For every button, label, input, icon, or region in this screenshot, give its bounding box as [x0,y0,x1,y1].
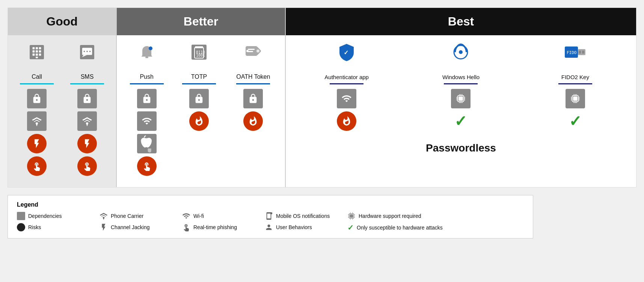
svg-rect-26 [248,51,253,52]
method-windows-hello: Windows Hello [434,39,487,131]
legend: Legend Dependencies Phone Carrier Wi-fi [8,195,533,238]
push-icon [139,45,154,60]
sms-icons [77,89,97,176]
sms-dep-tower [77,111,97,131]
sms-icon [80,45,94,59]
sms-risk-phishing [77,156,97,176]
oath-divider [236,83,270,84]
legend-carrier-text: Phone Carrier [111,213,143,219]
windows-hello-icon-area [451,39,470,65]
svg-rect-9 [39,54,41,56]
oath-dep-lock [243,89,263,108]
svg-text:FIDO: FIDO [567,50,577,55]
hello-check: ✓ [451,111,471,131]
oath-icon-area [245,39,261,65]
svg-rect-1 [33,47,35,50]
legend-realtime-phishing: Real-time phishing [182,223,250,231]
svg-text:✓: ✓ [344,50,348,56]
svg-rect-50 [573,96,578,101]
method-fido2: FIDO FIDO2 Key [549,39,602,131]
legend-wifi-icon [182,212,190,220]
legend-check-icon: ✓ [347,223,354,232]
better-section: Better Push [117,8,286,187]
best-section: Best ✓ Authenticator app [286,8,636,187]
method-oath: OATH Token [229,39,278,176]
svg-point-15 [89,51,91,52]
fido2-check: ✓ [566,111,585,131]
svg-rect-47 [579,51,581,54]
legend-mobile-notif-text: Mobile OS notifications [276,213,330,219]
oath-icons [243,89,263,131]
legend-phone-carrier: Phone Carrier [100,212,167,220]
push-dep-lock [137,89,157,108]
svg-rect-8 [36,54,38,56]
legend-row-1: Dependencies Phone Carrier Wi-fi [17,212,524,220]
legend-hardware-attacks: ✓ Only susceptible to hardware attacks [347,223,443,232]
svg-rect-5 [36,50,38,52]
sms-label: SMS [81,65,94,80]
totp-label: TOTP [191,65,207,80]
svg-rect-7 [33,54,35,56]
legend-hand-icon [182,223,190,231]
svg-point-27 [246,50,249,52]
legend-mobile-notif: Mobile OS notifications [265,212,332,220]
good-methods-row: Call [8,35,116,176]
fido2-divider [558,83,592,84]
hello-dep-chip [451,89,471,108]
legend-hw-attacks-text: Only susceptible to hardware attacks [357,225,443,231]
svg-point-64 [270,212,273,214]
windows-hello-icon [451,43,470,62]
passwordless-label: Passwordless [426,142,496,154]
totp-icons [189,89,209,131]
oath-label: OATH Token [236,65,270,80]
fido2-icon-area: FIDO [565,39,585,65]
best-header: Best [286,8,636,35]
authenticator-icon-area: ✓ [337,39,356,65]
call-label: Call [32,65,42,80]
svg-rect-65 [350,214,353,218]
push-dep-mobile-os [137,134,157,153]
legend-antenna-icon [100,212,108,220]
call-icon-area [30,39,44,65]
legend-lightning-icon [100,223,108,231]
windows-hello-icons: ✓ [451,89,471,131]
method-push: Push [124,39,169,176]
sms-icon-area [80,39,94,65]
svg-text:1001: 1001 [196,53,205,57]
legend-chip-icon [347,212,356,220]
better-header: Better [117,8,285,35]
legend-hardware: Hardware support required [347,212,421,220]
method-call: Call [14,39,59,176]
authenticator-icons [337,89,356,131]
push-icons [137,89,157,176]
svg-rect-6 [39,50,41,52]
call-risk-phishing [27,156,47,176]
main-comparison-table: Good [8,8,636,188]
totp-icon-area: 0110 1001 [192,39,207,65]
authenticator-shield-icon: ✓ [337,43,356,62]
svg-rect-16 [145,57,148,58]
svg-point-14 [86,51,88,52]
call-icon [30,45,44,59]
svg-rect-25 [248,49,255,50]
svg-rect-2 [36,47,38,50]
legend-hardware-text: Hardware support required [359,213,421,219]
totp-icon: 0110 1001 [192,45,207,60]
legend-phishing-text: Real-time phishing [193,224,237,230]
legend-wifi-text: Wi-fi [193,213,204,219]
totp-divider [182,83,216,84]
legend-mobile-icon [265,212,273,220]
svg-point-29 [459,50,463,54]
push-dep-wifi [137,111,157,131]
svg-rect-3 [39,47,41,50]
legend-user-icon [265,223,273,231]
legend-jacking-text: Channel Jacking [111,224,150,230]
fido2-dep-chip [566,89,585,108]
legend-user-behaviors: User Behaviors [265,223,332,231]
sms-divider [70,83,104,84]
svg-rect-10 [36,57,38,58]
legend-title: Legend [17,201,524,208]
windows-hello-divider [444,83,478,84]
fido2-icon: FIDO [565,45,585,60]
call-divider [20,83,54,84]
